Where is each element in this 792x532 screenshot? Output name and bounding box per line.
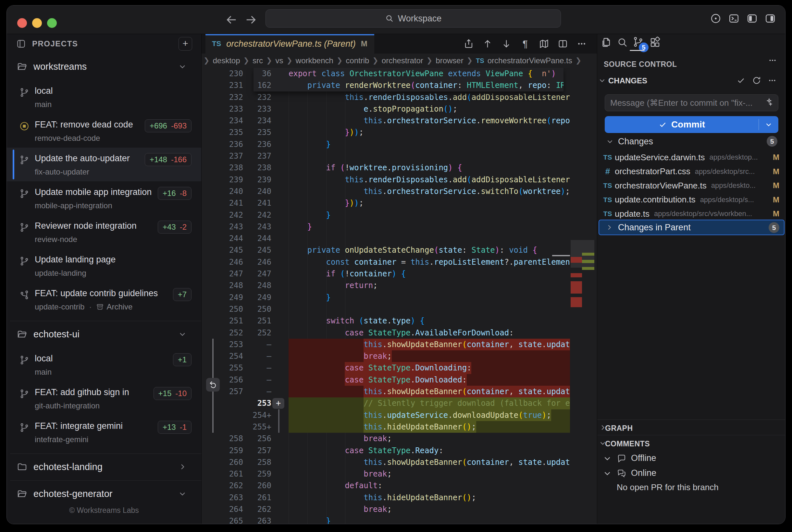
chevron-down-icon[interactable] [178, 62, 187, 71]
revert-hunk-button[interactable] [206, 378, 220, 392]
record-icon[interactable] [710, 13, 722, 24]
code-line-257[interactable]: 257— this.showUpdateBanner(container, st… [202, 386, 570, 397]
code-line-235[interactable]: 235235 })); [202, 127, 570, 138]
comments-offline-row[interactable]: Offline [603, 453, 656, 463]
code-line-255+[interactable]: 255+ this.hideUpdateBanner(); [202, 421, 570, 433]
code-line-238[interactable]: 238238 if (!worktree.provisioning) { [202, 162, 570, 174]
code-line-239[interactable]: 239239 this.renderDisposables.add(addDis… [202, 174, 570, 186]
check-icon[interactable] [736, 76, 746, 85]
breadcrumb-item[interactable]: browser [436, 56, 463, 65]
breadcrumb-item[interactable]: contrib [346, 56, 369, 65]
project-group-echotest-landing[interactable]: echotest-landing [7, 458, 201, 476]
commit-message-input[interactable] [605, 94, 778, 111]
graph-section-header[interactable]: GRAPH [605, 424, 633, 433]
code-line-249[interactable]: 249249 } [202, 292, 570, 303]
workstream-item-mobile-app-integration[interactable]: Update mobile app integrationmobile-app-… [7, 181, 201, 215]
code-line-244[interactable]: 244244 [202, 233, 570, 244]
changes-section-header[interactable]: CHANGES [608, 76, 647, 85]
code-line-243[interactable]: 243243 } [202, 221, 570, 233]
code-line-262[interactable]: 262260 default: [202, 480, 570, 491]
code-line-253[interactable]: 253 // Silently trigger download (fallba… [202, 397, 570, 409]
breadcrumb-item[interactable]: vs [275, 56, 283, 65]
close-window-button[interactable] [17, 18, 27, 28]
code-line-242[interactable]: 242242 } [202, 209, 570, 221]
chevron-right-icon[interactable] [178, 462, 187, 471]
workstream-item-update-contrib[interactable]: FEAT: update contrib guidelinesupdate-co… [7, 283, 201, 316]
zoom-window-button[interactable] [47, 18, 57, 28]
project-group-echotest-generator[interactable]: echotest-generator [7, 484, 201, 503]
files-icon[interactable] [601, 37, 612, 48]
tab-orchestratorviewpane[interactable]: TS orchestratorViewPane.ts (Parent) M [205, 34, 374, 54]
code-line-245[interactable]: 245245 private onUpdateStateChange(state… [202, 244, 570, 256]
code-line-251[interactable]: 251251 switch (state.type) { [202, 315, 570, 327]
workstream-item-main[interactable]: localmain [7, 80, 201, 114]
code-line-258[interactable]: 258256 break; [202, 433, 570, 444]
breadcrumb-file[interactable]: orchestratorViewPane.ts [487, 56, 572, 65]
breadcrumb[interactable]: ❯desktop❯src❯vs❯workbench❯contrib❯orches… [202, 54, 597, 68]
code-line-253[interactable]: 253— this.showUpdateBanner(container, st… [202, 339, 570, 350]
map-icon[interactable] [538, 38, 550, 49]
changed-file-update.contribution.ts[interactable]: TSupdate.contribution.tsapps/desktop/s..… [601, 193, 784, 207]
code-line-234[interactable]: 234234 this.orchestratorService.removeWo… [202, 115, 570, 127]
code-line-263[interactable]: 263261 this.hideUpdateBanner(); [202, 492, 570, 504]
breadcrumb-item[interactable]: desktop [213, 56, 240, 65]
project-group-workstreams[interactable]: workstreams [7, 57, 201, 76]
code-line-260[interactable]: 260258 this.showUpdateBanner(container, … [202, 456, 570, 468]
code-line-254+[interactable]: 254+ this.updateService.downloadUpdate(t… [202, 410, 570, 421]
code-line-233[interactable]: 233233 e.stopPropagation(); [202, 103, 570, 115]
export-icon[interactable] [463, 38, 474, 49]
workspace-search-input[interactable]: Workspace [265, 10, 561, 27]
panel-right-icon[interactable] [765, 13, 776, 24]
refresh-icon[interactable] [752, 76, 761, 85]
arrow-up-icon[interactable] [482, 38, 493, 49]
chevron-down-icon[interactable] [598, 76, 606, 85]
more-icon[interactable] [768, 55, 777, 65]
add-comment-button[interactable]: + [272, 398, 284, 409]
workstream-item-update-landing[interactable]: Update landing pageupdate-landing [7, 249, 201, 283]
breadcrumb-item[interactable]: src [253, 56, 263, 65]
minimize-window-button[interactable] [32, 18, 42, 28]
sticky-line-162[interactable]: 162 private renderWorktree(container: HT… [254, 79, 564, 91]
chevron-down-icon[interactable] [178, 489, 187, 498]
terminal-icon[interactable] [728, 13, 740, 24]
code-line-261[interactable]: 261259 break; [202, 468, 570, 480]
changed-file-updateService.darwin.ts[interactable]: TSupdateService.darwin.tsapps/desktop...… [601, 150, 784, 165]
changed-file-orchestratorViewPane.ts[interactable]: TSorchestratorViewPane.tsapps/deskto...M [601, 178, 784, 193]
search-icon[interactable] [617, 37, 628, 48]
add-project-button[interactable]: + [179, 37, 192, 51]
code-line-255[interactable]: 255— case StateType.Downloading: [202, 362, 570, 374]
changes-tree-label[interactable]: Changes [618, 137, 653, 147]
split-editor-icon[interactable] [557, 38, 568, 49]
workstream-item-git-auth-integration[interactable]: FEAT: add github sign ingit-auth-integra… [7, 381, 201, 415]
more-icon[interactable] [576, 38, 587, 49]
code-line-232[interactable]: 232232 this.renderDisposables.add(addDis… [202, 92, 570, 103]
sparkle-icon[interactable] [763, 98, 773, 107]
changed-file-update.ts[interactable]: TSupdate.tsapps/desktop/src/vs/workben..… [601, 207, 784, 221]
code-editor[interactable]: 230231232232 this.renderDisposables.add(… [202, 68, 597, 524]
code-line-264[interactable]: 264262 break; [202, 504, 570, 515]
code-line-246[interactable]: 246246 const container = this.repoListEl… [202, 256, 570, 268]
code-line-256[interactable]: 256— case StateType.Downloaded: [202, 374, 570, 386]
forward-arrow-icon[interactable] [244, 13, 257, 26]
changed-file-orchestratorPart.css[interactable]: #orchestratorPart.cssapps/desktop/src...… [601, 165, 784, 179]
code-line-237[interactable]: 237237 [202, 150, 570, 162]
code-line-248[interactable]: 248248 return; [202, 280, 570, 291]
arrow-down-icon[interactable] [501, 38, 512, 49]
code-line-250[interactable]: 250250 [202, 303, 570, 315]
code-line-254[interactable]: 254— break; [202, 350, 570, 362]
sticky-line-36[interactable]: 36export class OrchestratorViewPane exte… [254, 68, 564, 79]
workstream-item-intefrate-gemini[interactable]: FEAT: integrate geminiintefrate-gemini+1… [7, 415, 201, 449]
comments-section-header[interactable]: COMMENTS [605, 440, 650, 448]
chevron-down-icon[interactable] [178, 329, 187, 339]
code-line-240[interactable]: 240240 this.orchestratorService.switchTo… [202, 186, 570, 197]
code-line-265[interactable]: 265263 } [202, 515, 570, 524]
minimap[interactable] [570, 68, 595, 524]
breadcrumb-item[interactable]: orchestrator [382, 56, 423, 65]
panel-left-icon[interactable] [746, 13, 758, 24]
workstream-item-fix-auto-updater[interactable]: Update the auto-updaterfix-auto-updater+… [7, 148, 201, 181]
chevron-down-icon[interactable] [606, 137, 614, 146]
changes-in-parent-row[interactable]: Changes in Parent 5 [598, 220, 785, 235]
code-line-252[interactable]: 252252 case StateType.AvailableForDownlo… [202, 327, 570, 339]
code-line-236[interactable]: 236236 } [202, 138, 570, 150]
commit-button[interactable]: Commit [605, 116, 778, 133]
